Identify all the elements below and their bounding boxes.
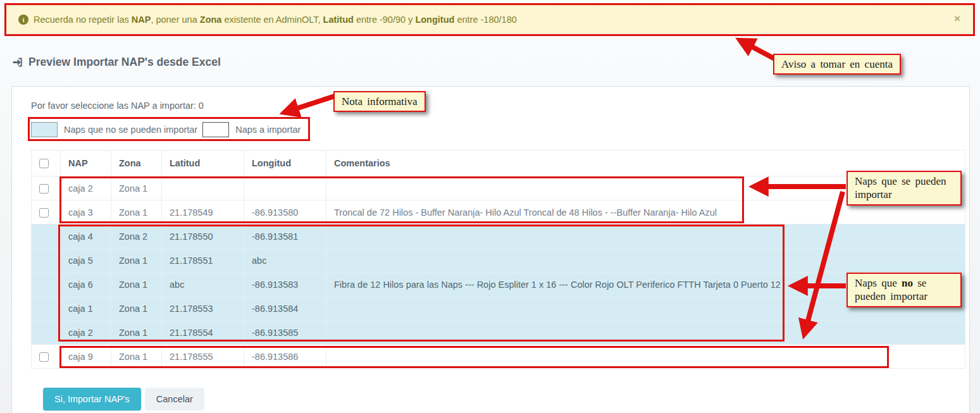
row-checkbox[interactable] bbox=[39, 352, 49, 362]
cell-longitud: -86.913580 bbox=[244, 200, 326, 225]
cell-comentarios bbox=[326, 249, 965, 273]
import-naps-button[interactable]: Si, Importar NAP's bbox=[43, 388, 141, 410]
column-header-latitud: Latitud bbox=[162, 151, 244, 176]
annotation-label-aviso: Aviso a tomar en cuenta bbox=[773, 54, 901, 75]
row-select-cell bbox=[32, 345, 61, 369]
table-row-blocked: caja 2Zona 121.178554-86.913585 bbox=[32, 321, 965, 345]
cell-nap: caja 4 bbox=[61, 225, 111, 249]
close-icon[interactable]: × bbox=[954, 13, 960, 24]
row-select-cell bbox=[32, 297, 61, 321]
preview-card: Por favor seleccione las NAP a importar:… bbox=[11, 86, 970, 413]
importable-color-swatch bbox=[202, 122, 229, 137]
cell-longitud: -86.913583 bbox=[244, 273, 326, 297]
importable-legend-label: Naps a importar bbox=[229, 125, 306, 135]
table-row-importable: caja 9Zona 121.178555-86.913586 bbox=[32, 345, 965, 369]
page-title-text: Preview Importar NAP's desde Excel bbox=[28, 56, 221, 69]
row-select-cell bbox=[32, 225, 61, 249]
cell-longitud: -86.913586 bbox=[244, 345, 326, 369]
row-select-cell bbox=[32, 273, 61, 297]
cell-comentarios: Fibra de 12 Hilos para las Naps --- Rojo… bbox=[326, 273, 965, 297]
selection-instruction: Por favor seleccione las NAP a importar:… bbox=[31, 101, 204, 111]
import-naps-preview-page: i Recuerda no repetir las NAP, poner una… bbox=[0, 0, 980, 413]
column-header-zona: Zona bbox=[111, 151, 162, 176]
table-row-blocked: caja 1Zona 121.178553-86.913584 bbox=[32, 297, 965, 321]
info-circle-icon: i bbox=[18, 15, 28, 25]
cell-latitud: 21.178554 bbox=[162, 321, 244, 345]
table-row-importable: caja 3Zona 121.178549-86.913580Troncal d… bbox=[32, 200, 965, 225]
cell-comentarios bbox=[326, 345, 965, 369]
cell-nap: caja 9 bbox=[61, 345, 111, 369]
cell-zona: Zona 1 bbox=[111, 345, 162, 369]
cancel-button[interactable]: Cancelar bbox=[145, 388, 204, 410]
cell-comentarios bbox=[326, 176, 965, 200]
legend: Naps que no se pueden importar Naps a im… bbox=[31, 119, 306, 140]
table-row-blocked: caja 6Zona 1abc-86.913583Fibra de 12 Hil… bbox=[32, 273, 965, 297]
cell-longitud: -86.913581 bbox=[244, 225, 326, 249]
select-all-checkbox[interactable] bbox=[39, 159, 49, 168]
cell-comentarios: Troncal de 72 Hilos - Buffer Naranja- Hi… bbox=[326, 200, 965, 225]
cell-zona: Zona 1 bbox=[111, 273, 162, 297]
row-select-cell bbox=[32, 321, 61, 345]
row-checkbox[interactable] bbox=[39, 208, 49, 218]
cell-nap: caja 1 bbox=[61, 297, 111, 321]
blocked-legend-label: Naps que no se pueden importar bbox=[58, 125, 202, 135]
cell-latitud: abc bbox=[162, 273, 244, 297]
cell-nap: caja 2 bbox=[61, 321, 111, 345]
row-select-cell bbox=[32, 200, 61, 225]
cell-longitud: -86.913585 bbox=[244, 321, 326, 345]
warning-alert: i Recuerda no repetir las NAP, poner una… bbox=[6, 5, 972, 34]
cell-comentarios bbox=[326, 321, 965, 345]
column-header-longitud: Longitud bbox=[244, 151, 326, 176]
column-header-comentarios: Comentarios bbox=[326, 151, 965, 176]
sign-in-icon bbox=[11, 56, 23, 68]
cell-longitud: -86.913584 bbox=[244, 297, 326, 321]
row-select-cell bbox=[32, 176, 61, 200]
table-row-importable: caja 2Zona 1 bbox=[32, 176, 965, 200]
column-header-nap: NAP bbox=[61, 151, 111, 176]
row-select-cell bbox=[32, 249, 61, 273]
cell-comentarios bbox=[326, 297, 965, 321]
cell-zona: Zona 1 bbox=[111, 297, 162, 321]
cell-comentarios bbox=[326, 225, 965, 249]
cell-latitud: 21.178549 bbox=[162, 200, 244, 225]
cell-zona: Zona 1 bbox=[111, 249, 162, 273]
table-row-blocked: caja 4Zona 221.178550-86.913581 bbox=[32, 225, 965, 249]
cell-latitud: 21.178551 bbox=[162, 249, 244, 273]
cell-latitud: 21.178553 bbox=[162, 297, 244, 321]
cell-nap: caja 2 bbox=[61, 176, 111, 200]
blocked-color-swatch bbox=[31, 122, 58, 137]
cell-nap: caja 3 bbox=[61, 200, 111, 225]
cell-zona: Zona 1 bbox=[111, 321, 162, 345]
cell-zona: Zona 1 bbox=[111, 176, 162, 200]
action-buttons: Si, Importar NAP's Cancelar bbox=[43, 388, 204, 410]
cell-latitud: 21.178550 bbox=[162, 225, 244, 249]
naps-table-wrapper: NAP Zona Latitud Longitud Comentarios ca… bbox=[31, 150, 965, 369]
table-header-row: NAP Zona Latitud Longitud Comentarios bbox=[32, 151, 965, 176]
cell-nap: caja 5 bbox=[61, 249, 111, 273]
cell-longitud: abc bbox=[244, 249, 326, 273]
cell-nap: caja 6 bbox=[61, 273, 111, 297]
row-checkbox[interactable] bbox=[39, 184, 49, 194]
table-row-blocked: caja 5Zona 121.178551abc bbox=[32, 249, 965, 273]
warning-alert-text: Recuerda no repetir las NAP, poner una Z… bbox=[34, 15, 517, 25]
cell-latitud bbox=[162, 176, 244, 200]
select-all-cell bbox=[32, 151, 61, 176]
cell-zona: Zona 1 bbox=[111, 200, 162, 225]
page-title: Preview Importar NAP's desde Excel bbox=[11, 56, 221, 69]
cell-latitud: 21.178555 bbox=[162, 345, 244, 369]
cell-longitud bbox=[244, 176, 326, 200]
cell-zona: Zona 2 bbox=[111, 225, 162, 249]
naps-table: NAP Zona Latitud Longitud Comentarios ca… bbox=[31, 150, 965, 369]
